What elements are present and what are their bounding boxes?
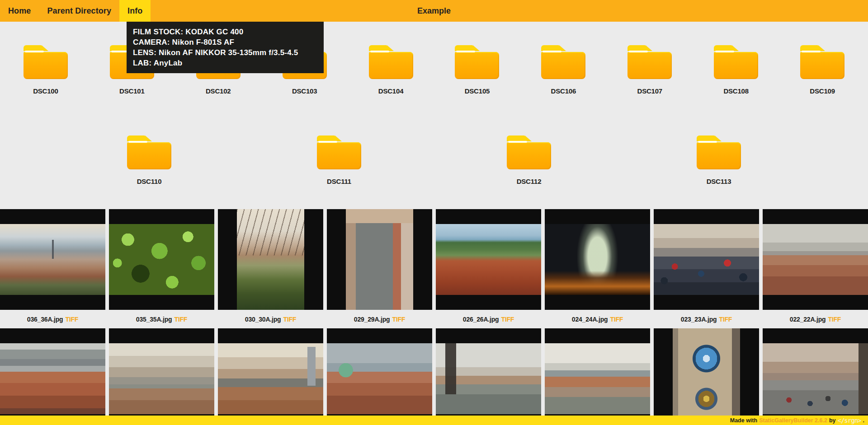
folder-item[interactable]: DSC111 [298, 135, 380, 185]
folder-stripe [128, 141, 147, 143]
tiff-link[interactable]: TIFF [501, 316, 514, 323]
tiff-link[interactable]: TIFF [828, 316, 841, 323]
folder-stripe [629, 51, 648, 52]
photo [436, 224, 541, 295]
gallery-item [218, 328, 323, 425]
folder-item[interactable]: DSC107 [609, 45, 690, 95]
gallery-item: 036_36A.jpgTIFF [0, 209, 105, 328]
folder-body [627, 52, 672, 79]
photo [109, 343, 214, 414]
folder-item[interactable]: DSC106 [523, 45, 604, 95]
image-caption: 035_35A.jpgTIFF [109, 310, 214, 328]
folder-icon [627, 45, 672, 79]
photo [654, 224, 759, 295]
folder-label: DSC109 [810, 87, 835, 95]
tiff-link[interactable]: TIFF [610, 316, 623, 323]
image-thumbnail[interactable] [0, 328, 105, 425]
image-thumbnail[interactable] [218, 328, 323, 425]
image-thumbnail[interactable] [327, 328, 432, 425]
photo [545, 224, 650, 295]
folder-label: DSC113 [707, 177, 731, 185]
folder-item[interactable]: DSC108 [695, 45, 777, 95]
image-filename: 022_22A.jpg [790, 316, 826, 323]
tiff-link[interactable]: TIFF [283, 316, 296, 323]
nav-links: HomeParent DirectoryInfo [0, 0, 151, 22]
folder-label: DSC104 [378, 87, 404, 95]
folder-icon [541, 45, 585, 79]
folder-item[interactable]: DSC105 [436, 45, 518, 95]
folder-label: DSC101 [119, 87, 145, 95]
tiff-link[interactable]: TIFF [719, 316, 732, 323]
folder-icon [127, 135, 171, 169]
image-thumbnail[interactable] [218, 209, 323, 310]
folder-icon [800, 45, 844, 79]
image-thumbnail[interactable] [0, 209, 105, 310]
folder-stripe [370, 51, 389, 52]
photo [346, 209, 413, 310]
folder-item[interactable]: DSC112 [488, 135, 570, 185]
image-filename: 036_36A.jpg [27, 316, 63, 323]
gallery-item: 023_23A.jpgTIFF [654, 209, 759, 328]
folder-item[interactable]: DSC113 [678, 135, 760, 185]
image-caption: 024_24A.jpgTIFF [545, 310, 650, 328]
folder-label: DSC110 [137, 177, 162, 185]
folder-item[interactable]: DSC104 [350, 45, 432, 95]
photo [109, 224, 214, 295]
folder-icon [697, 135, 741, 169]
folder-body [369, 52, 413, 79]
builder-link[interactable]: StaticGalleryBuilder 2.6.2 [759, 417, 827, 424]
folder-row: DSC110DSC111DSC112DSC113 [0, 135, 868, 185]
image-filename: 030_30A.jpg [245, 316, 281, 323]
photo [673, 328, 740, 425]
image-thumbnail[interactable] [545, 209, 650, 310]
image-caption: 030_30A.jpgTIFF [218, 310, 323, 328]
gallery-item: 030_30A.jpgTIFF [218, 209, 323, 328]
folder-label: DSC100 [33, 87, 58, 95]
folder-stripe [698, 141, 717, 143]
folder-item[interactable]: DSC110 [108, 135, 190, 185]
folder-icon [455, 45, 499, 79]
image-thumbnail[interactable] [109, 328, 214, 425]
tiff-link[interactable]: TIFF [174, 316, 187, 323]
image-thumbnail[interactable] [654, 328, 759, 425]
folder-stripe [25, 51, 44, 52]
folder-stripe [456, 51, 475, 52]
image-thumbnail[interactable] [545, 328, 650, 425]
image-thumbnail[interactable] [436, 209, 541, 310]
folder-icon [714, 45, 758, 79]
tiff-link[interactable]: TIFF [392, 316, 405, 323]
folder-icon [317, 135, 361, 169]
nav-item-info[interactable]: Info [119, 0, 151, 22]
folder-stripe [508, 141, 527, 143]
photo [436, 343, 541, 414]
image-thumbnail[interactable] [654, 209, 759, 310]
image-thumbnail[interactable] [763, 209, 868, 310]
gallery-item [0, 328, 105, 425]
image-thumbnail[interactable] [327, 209, 432, 310]
gallery-item [109, 328, 214, 425]
folder-label: DSC107 [637, 87, 663, 95]
image-caption: 029_29A.jpgTIFF [327, 310, 432, 328]
image-caption: 036_36A.jpgTIFF [0, 310, 105, 328]
folder-label: DSC106 [551, 87, 576, 95]
photo [763, 224, 868, 295]
folder-body [714, 52, 758, 79]
folder-stripe [542, 51, 561, 52]
nav-item-parent-directory[interactable]: Parent Directory [39, 0, 119, 22]
folder-body [800, 52, 844, 79]
photo [763, 343, 868, 414]
folder-label: DSC105 [465, 87, 490, 95]
image-thumbnail[interactable] [436, 328, 541, 425]
folder-body [541, 52, 585, 79]
srgn-brand-link[interactable]: </srgn> [838, 417, 861, 424]
tiff-link[interactable]: TIFF [65, 316, 78, 323]
gallery-item: 022_22A.jpgTIFF [763, 209, 868, 328]
folder-icon [507, 135, 551, 169]
image-thumbnail[interactable] [763, 328, 868, 425]
nav-item-home[interactable]: Home [0, 0, 39, 22]
image-thumbnail[interactable] [109, 209, 214, 310]
folder-body [127, 142, 171, 169]
photo [0, 224, 105, 295]
folder-item[interactable]: DSC109 [782, 45, 863, 95]
folder-item[interactable]: DSC100 [5, 45, 86, 95]
